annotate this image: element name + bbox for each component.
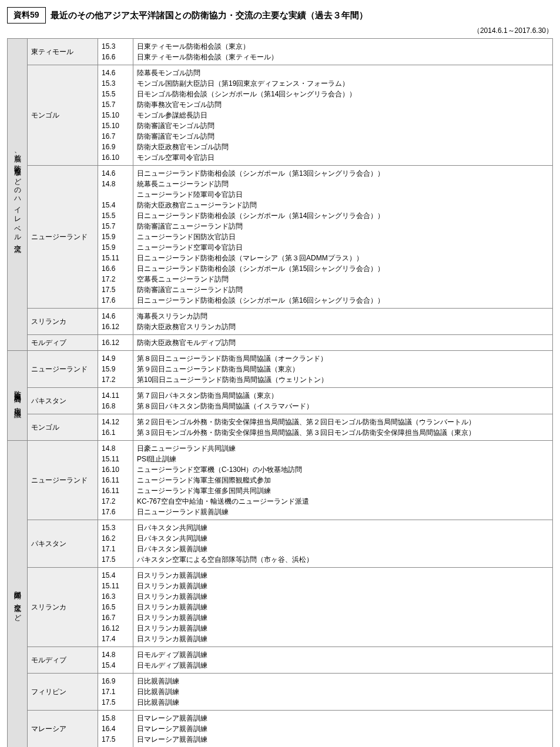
- country-cell: スリランカ: [28, 309, 98, 335]
- date-cell: 14.6 14.8 15.4 15.5 15.7 15.9 15.9 15.11…: [98, 166, 133, 309]
- doc-tag: 資料59: [7, 7, 46, 24]
- desc-cell: 日モルディブ親善訓練 日モルディブ親善訓練: [133, 647, 553, 674]
- date-range: （2014.6.1～2017.6.30）: [7, 26, 553, 36]
- category-cell: 部隊間の交流など: [8, 441, 28, 748]
- data-table: 首脳、防衛首脳などのハイレベル交流東ティモール15.3 16.6日東ティモール防…: [7, 38, 553, 747]
- header-row: 資料59 最近のその他アジア太平洋諸国との防衛協力・交流の主要な実績（過去３年間…: [7, 7, 553, 24]
- desc-cell: 日パキスタン共同訓練 日パキスタン共同訓練 日パキスタン親善訓練 パキスタン空軍…: [133, 520, 553, 568]
- desc-cell: 第７回日パキスタン防衛当局間協議（東京） 第８回日パキスタン防衛当局間協議（イス…: [133, 388, 553, 414]
- date-cell: 16.9 17.1 17.5: [98, 674, 133, 711]
- category-cell: 防衛当局者間の定期協議: [8, 351, 28, 441]
- date-cell: 14.11 16.8: [98, 388, 133, 414]
- table-row: 首脳、防衛首脳などのハイレベル交流東ティモール15.3 16.6日東ティモール防…: [8, 39, 553, 65]
- desc-cell: 日東ティモール防衛相会談（東京） 日東ティモール防衛相会談（東ティモール）: [133, 39, 553, 65]
- table-row: ニュージーランド14.6 14.8 15.4 15.5 15.7 15.9 15…: [8, 166, 553, 309]
- desc-cell: 日比親善訓練 日比親善訓練 日比親善訓練: [133, 674, 553, 711]
- table-row: スリランカ15.4 15.11 16.3 16.5 16.7 16.12 17.…: [8, 568, 553, 647]
- date-cell: 14.9 15.9 17.2: [98, 351, 133, 388]
- table-row: モルディブ16.12防衛大臣政務官モルディブ訪問: [8, 335, 553, 351]
- table-row: モンゴル14.6 15.3 15.5 15.7 15.10 15.10 16.7…: [8, 65, 553, 166]
- desc-cell: 防衛大臣政務官モルディブ訪問: [133, 335, 553, 351]
- table-row: モンゴル14.12 16.1第２回日モンゴル外務・防衛安全保障担当局間協議、第２…: [8, 414, 553, 441]
- table-row: 防衛当局者間の定期協議ニュージーランド14.9 15.9 17.2第８回日ニュー…: [8, 351, 553, 388]
- country-cell: 東ティモール: [28, 39, 98, 65]
- date-cell: 14.8 15.4: [98, 647, 133, 674]
- desc-cell: 海幕長スリランカ訪問 防衛大臣政務官スリランカ訪問: [133, 309, 553, 335]
- table-row: パキスタン14.11 16.8第７回日パキスタン防衛当局間協議（東京） 第８回日…: [8, 388, 553, 414]
- date-cell: 14.8 15.11 16.10 16.11 16.11 17.2 17.6: [98, 441, 133, 520]
- table-row: モルディブ14.8 15.4日モルディブ親善訓練 日モルディブ親善訓練: [8, 647, 553, 674]
- desc-cell: 日豪ニュージーランド共同訓練 PSI阻止訓練 ニュージーランド空軍機（C-130…: [133, 441, 553, 520]
- desc-cell: 日マレーシア親善訓練 日マレーシア親善訓練 日マレーシア親善訓練: [133, 711, 553, 748]
- country-cell: モルディブ: [28, 647, 98, 674]
- country-cell: ニュージーランド: [28, 351, 98, 388]
- date-cell: 15.4 15.11 16.3 16.5 16.7 16.12 17.4: [98, 568, 133, 647]
- desc-cell: 第８回日ニュージーランド防衛当局間協議（オークランド） 第９回日ニュージーランド…: [133, 351, 553, 388]
- table-row: フィリピン16.9 17.1 17.5日比親善訓練 日比親善訓練 日比親善訓練: [8, 674, 553, 711]
- country-cell: パキスタン: [28, 388, 98, 414]
- table-row: パキスタン15.3 16.2 17.1 17.5日パキスタン共同訓練 日パキスタ…: [8, 520, 553, 568]
- country-cell: モンゴル: [28, 65, 98, 166]
- desc-cell: 日スリランカ親善訓練 日スリランカ親善訓練 日スリランカ親善訓練 日スリランカ親…: [133, 568, 553, 647]
- country-cell: マレーシア: [28, 711, 98, 748]
- country-cell: スリランカ: [28, 568, 98, 647]
- table-row: 部隊間の交流などニュージーランド14.8 15.11 16.10 16.11 1…: [8, 441, 553, 520]
- table-row: マレーシア15.8 16.4 17.5日マレーシア親善訓練 日マレーシア親善訓練…: [8, 711, 553, 748]
- date-cell: 15.3 16.6: [98, 39, 133, 65]
- desc-cell: 第２回日モンゴル外務・防衛安全保障担当局間協議、第２回日モンゴル防衛当局間協議（…: [133, 414, 553, 441]
- country-cell: パキスタン: [28, 520, 98, 568]
- country-cell: ニュージーランド: [28, 441, 98, 520]
- country-cell: モンゴル: [28, 414, 98, 441]
- desc-cell: 陸幕長モンゴル訪問 モンゴル国防副大臣訪日（第19回東京ディフェンス・フォーラム…: [133, 65, 553, 166]
- doc-title: 最近のその他アジア太平洋諸国との防衛協力・交流の主要な実績（過去３年間）: [51, 10, 368, 21]
- date-cell: 15.8 16.4 17.5: [98, 711, 133, 748]
- date-cell: 16.12: [98, 335, 133, 351]
- date-cell: 14.6 15.3 15.5 15.7 15.10 15.10 16.7 16.…: [98, 65, 133, 166]
- desc-cell: 日ニュージーランド防衛相会談（シンガポール（第13回シャングリラ会合）） 統幕長…: [133, 166, 553, 309]
- category-cell: 首脳、防衛首脳などのハイレベル交流: [8, 39, 28, 351]
- date-cell: 14.12 16.1: [98, 414, 133, 441]
- country-cell: モルディブ: [28, 335, 98, 351]
- table-row: スリランカ14.6 16.12海幕長スリランカ訪問 防衛大臣政務官スリランカ訪問: [8, 309, 553, 335]
- country-cell: ニュージーランド: [28, 166, 98, 309]
- country-cell: フィリピン: [28, 674, 98, 711]
- date-cell: 14.6 16.12: [98, 309, 133, 335]
- date-cell: 15.3 16.2 17.1 17.5: [98, 520, 133, 568]
